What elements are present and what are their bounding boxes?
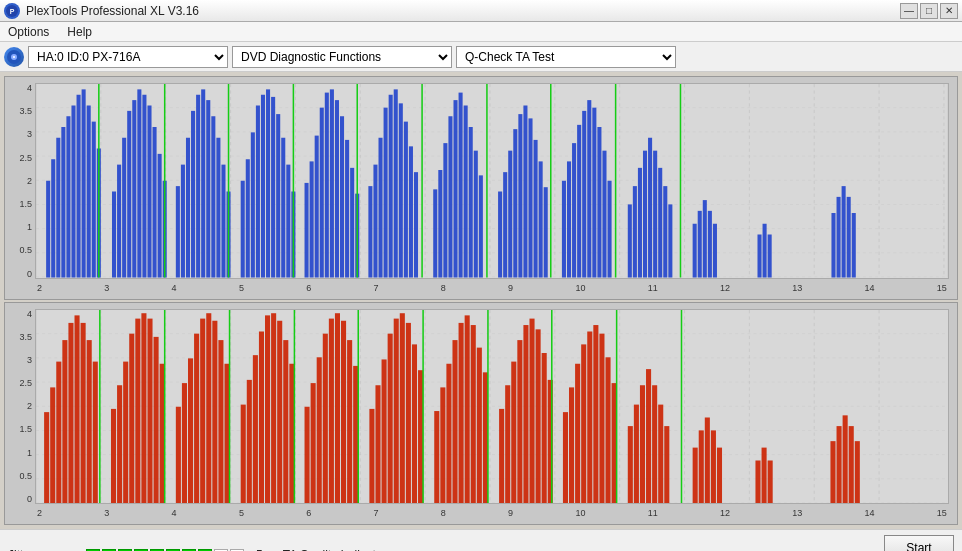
menu-bar: Options Help	[0, 22, 962, 42]
test-select[interactable]: Q-Check TA Test	[456, 46, 676, 68]
svg-rect-84	[373, 165, 377, 278]
svg-rect-249	[581, 344, 586, 503]
svg-rect-176	[111, 408, 116, 503]
jitter-row: Jitter: 5	[8, 548, 263, 552]
svg-rect-266	[705, 417, 710, 503]
svg-rect-181	[141, 313, 146, 503]
svg-rect-233	[477, 347, 482, 503]
svg-rect-173	[87, 340, 92, 503]
svg-rect-86	[384, 108, 388, 278]
start-button[interactable]: Start	[884, 535, 954, 552]
svg-rect-183	[154, 336, 159, 503]
svg-rect-218	[382, 359, 387, 503]
svg-rect-52	[201, 89, 205, 277]
start-button-area: Start i	[884, 535, 954, 552]
svg-rect-230	[459, 322, 464, 503]
svg-rect-220	[394, 318, 399, 503]
main-content: 4 3.5 3 2.5 2 1.5 1 0.5 0	[0, 72, 962, 529]
svg-rect-128	[633, 186, 637, 277]
jitter-value: 5	[256, 548, 263, 552]
svg-text:P: P	[10, 8, 15, 15]
svg-rect-182	[147, 318, 152, 503]
svg-rect-109	[518, 114, 522, 277]
svg-rect-222	[406, 322, 411, 503]
svg-rect-151	[36, 310, 948, 504]
svg-rect-141	[713, 224, 717, 278]
app-icon: P	[4, 3, 20, 19]
svg-rect-275	[849, 426, 854, 503]
svg-rect-106	[503, 172, 507, 277]
svg-rect-73	[315, 136, 319, 278]
maximize-button[interactable]: □	[920, 3, 938, 19]
svg-rect-169	[62, 340, 67, 503]
svg-rect-143	[763, 224, 767, 278]
bottom-panel: Jitter: 5 Peak Shift:	[0, 529, 962, 551]
svg-rect-95	[438, 170, 442, 278]
svg-rect-177	[117, 385, 122, 503]
svg-rect-35	[112, 192, 116, 278]
svg-rect-28	[71, 106, 75, 278]
svg-rect-258	[640, 385, 645, 503]
function-select[interactable]: DVD Diagnostic Functions	[232, 46, 452, 68]
svg-rect-96	[443, 143, 447, 277]
svg-rect-137	[693, 224, 697, 278]
svg-rect-71	[305, 183, 309, 278]
svg-rect-40	[137, 89, 141, 277]
svg-rect-204	[289, 363, 294, 503]
svg-rect-123	[597, 127, 601, 278]
svg-rect-72	[310, 161, 314, 277]
svg-rect-135	[668, 204, 672, 277]
svg-rect-110	[523, 106, 527, 278]
svg-rect-94	[433, 189, 437, 277]
svg-rect-118	[572, 143, 576, 277]
svg-rect-134	[663, 186, 667, 277]
svg-rect-92	[414, 172, 418, 277]
svg-rect-85	[379, 138, 383, 278]
svg-rect-55	[216, 138, 220, 278]
svg-rect-74	[320, 108, 324, 278]
svg-rect-166	[44, 412, 49, 503]
svg-rect-242	[536, 329, 541, 503]
device-icon	[4, 47, 24, 67]
svg-rect-267	[711, 430, 716, 503]
svg-rect-264	[693, 447, 698, 503]
svg-rect-64	[266, 89, 270, 277]
svg-rect-138	[698, 211, 702, 278]
svg-rect-193	[218, 340, 223, 503]
svg-rect-116	[562, 181, 566, 278]
svg-rect-29	[77, 95, 81, 278]
svg-rect-200	[265, 315, 270, 503]
svg-rect-97	[448, 116, 452, 277]
svg-rect-273	[837, 426, 842, 503]
svg-rect-99	[459, 93, 463, 278]
svg-rect-259	[646, 369, 651, 503]
device-select[interactable]: HA:0 ID:0 PX-716A	[28, 46, 228, 68]
close-button[interactable]: ✕	[940, 3, 958, 19]
svg-rect-256	[628, 426, 633, 503]
svg-rect-100	[464, 106, 468, 278]
svg-rect-202	[277, 320, 282, 503]
svg-rect-112	[534, 140, 538, 278]
svg-rect-243	[542, 353, 547, 504]
svg-rect-105	[498, 192, 502, 278]
svg-rect-234	[483, 372, 488, 503]
svg-rect-90	[404, 122, 408, 278]
svg-rect-197	[247, 379, 252, 503]
svg-rect-236	[499, 408, 504, 503]
svg-rect-56	[221, 165, 225, 278]
menu-help[interactable]: Help	[63, 24, 96, 40]
svg-rect-241	[529, 318, 534, 503]
svg-rect-41	[142, 95, 146, 278]
svg-rect-171	[75, 315, 80, 503]
svg-rect-50	[191, 111, 195, 278]
svg-rect-114	[544, 187, 548, 277]
bottom-chart-inner	[35, 309, 949, 505]
svg-rect-131	[648, 138, 652, 278]
minimize-button[interactable]: —	[900, 3, 918, 19]
svg-rect-75	[325, 93, 329, 278]
svg-rect-59	[241, 181, 245, 278]
menu-options[interactable]: Options	[4, 24, 53, 40]
svg-rect-189	[194, 333, 199, 503]
bottom-chart-y-axis: 4 3.5 3 2.5 2 1.5 1 0.5 0	[7, 309, 35, 505]
svg-rect-213	[347, 340, 352, 503]
